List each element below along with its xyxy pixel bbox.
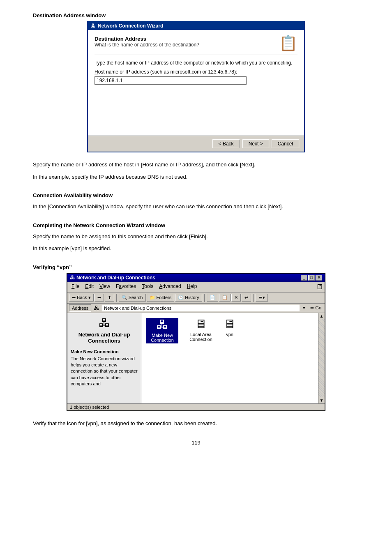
destination-address-title: Destination Address window	[33, 12, 359, 18]
make-new-connection-img: 🖧	[156, 319, 168, 331]
back-toolbar-button[interactable]: ⬅ Back ▾	[69, 294, 94, 302]
menu-file[interactable]: File	[69, 283, 82, 291]
make-new-connection-label: Make New Connection	[148, 333, 177, 343]
network-content: 🖧 Network and Dial-up Connections Make N…	[67, 313, 325, 403]
delete-toolbar-button[interactable]: ✕	[231, 294, 241, 302]
network-toolbar: ⬅ Back ▾ ➡ ⬆ 🔍 Search 📁 Folders 🕒 Histor…	[67, 292, 325, 304]
connection-availability-title: Connection Availability window	[33, 192, 359, 198]
cancel-button[interactable]: Cancel	[272, 139, 299, 148]
wizard-window: 🖧 Network Connection Wizard Destination …	[87, 21, 305, 152]
search-toolbar-button[interactable]: 🔍 Search	[119, 294, 146, 302]
address-dropdown[interactable]: ▾	[303, 305, 305, 311]
sidebar-subtitle: Make New Connection	[71, 349, 138, 354]
scroll-track	[318, 319, 325, 397]
wizard-content: Type the host name or IP address of the …	[95, 60, 297, 85]
dest-para2: In this example, specify the IP address …	[33, 173, 359, 181]
menu-favorites[interactable]: Favorites	[113, 283, 138, 291]
scroll-up-arrow[interactable]: ▲	[319, 313, 325, 319]
copy-toolbar-button[interactable]: 📄	[207, 294, 218, 302]
local-area-connection-icon[interactable]: 🖥 Local Area Connection	[187, 318, 215, 342]
section-completing-wizard: Completing the Network Connection Wizard…	[33, 222, 359, 253]
network-menubar: File Edit View Favorites Tools Advanced …	[67, 282, 325, 292]
wizard-header-text: Destination Address What is the name or …	[95, 36, 199, 48]
menu-edit[interactable]: Edit	[83, 283, 96, 291]
make-new-connection-icon[interactable]: 🖧 Make New Connection	[146, 318, 178, 343]
close-button[interactable]: ✕	[316, 275, 322, 281]
back-button[interactable]: < Back	[212, 139, 240, 148]
wizard-header-icon: 📋	[279, 36, 297, 51]
conn-avail-para: In the [Connection Availability] window,…	[33, 203, 359, 211]
sidebar-title: Network and Dial-up Connections	[71, 332, 138, 344]
views-toolbar-button[interactable]: ☰▾	[256, 294, 268, 302]
completing-para2: In this example [vpn] is specified.	[33, 244, 359, 253]
vpn-icon[interactable]: 🖥 vpn	[224, 318, 236, 337]
menu-tools[interactable]: Tools	[139, 283, 156, 291]
history-toolbar-button[interactable]: 🕒 History	[175, 294, 202, 302]
host-ip-label: Host name or IP address (such as microso…	[95, 69, 297, 75]
local-area-label: Local Area Connection	[187, 332, 215, 342]
vertical-scrollbar[interactable]: ▲ ▼	[318, 313, 325, 403]
sidebar-main-icon: 🖧	[71, 316, 138, 330]
verify-para: Verify that the icon for [vpn], as assig…	[33, 419, 359, 428]
wizard-body-text1: Type the host name or IP address of the …	[95, 60, 297, 66]
network-title-icon: 🖧	[70, 275, 75, 281]
section-connection-availability: Connection Availability window In the [C…	[33, 192, 359, 211]
vpn-label: vpn	[226, 332, 233, 337]
network-titlebar: 🖧 Network and Dial-up Connections _ □ ✕	[67, 274, 325, 282]
wizard-footer: < Back Next > Cancel	[88, 136, 304, 152]
toolbar-separator-1	[116, 294, 117, 302]
go-button[interactable]: ➡ Go	[309, 305, 323, 311]
address-input[interactable]: Network and Dial-up Connections	[102, 305, 300, 311]
wizard-body: Destination Address What is the name or …	[88, 30, 304, 136]
next-button[interactable]: Next >	[242, 139, 269, 148]
menu-advanced[interactable]: Advanced	[157, 283, 183, 291]
wizard-header-subtitle: What is the name or address of the desti…	[95, 42, 199, 48]
network-statusbar: 1 object(s) selected	[67, 403, 325, 410]
address-label: Address	[69, 304, 91, 312]
section-verifying-vpn: Verifying “vpn” 🖧 Network and Dial-up Co…	[33, 264, 359, 428]
folders-toolbar-button[interactable]: 📁 Folders	[147, 294, 175, 302]
minimize-button[interactable]: _	[301, 275, 307, 281]
window-buttons: _ □ ✕	[301, 275, 322, 281]
verifying-vpn-title: Verifying “vpn”	[33, 264, 359, 270]
network-address-bar: Address 🖧 Network and Dial-up Connection…	[67, 304, 325, 313]
page-number: 119	[33, 440, 359, 446]
network-main: 🖧 Make New Connection 🖥 Local Area Conne…	[141, 313, 325, 403]
sidebar-text: The Network Connection wizard helps you …	[71, 356, 138, 387]
paste-toolbar-button[interactable]: 📋	[219, 294, 231, 302]
network-sidebar: 🖧 Network and Dial-up Connections Make N…	[67, 313, 141, 403]
network-title-text: Network and Dial-up Connections	[76, 275, 155, 281]
wizard-titlebar: 🖧 Network Connection Wizard	[88, 22, 304, 30]
completing-para1: Specify the name to be assigned to this …	[33, 233, 359, 241]
completing-wizard-title: Completing the Network Connection Wizard…	[33, 222, 359, 228]
toolbar-separator-3	[253, 294, 254, 302]
host-ip-label-text: ost name or IP address (such as microsof…	[98, 69, 238, 75]
scroll-down-arrow[interactable]: ▼	[319, 397, 325, 403]
undo-toolbar-button[interactable]: ↩	[242, 294, 251, 302]
vpn-img: 🖥	[224, 318, 236, 330]
dest-para1: Specify the name or IP address of the ho…	[33, 161, 359, 169]
wizard-header: Destination Address What is the name or …	[95, 36, 297, 55]
wizard-icon: 🖧	[90, 23, 95, 29]
menu-help[interactable]: Help	[184, 283, 200, 291]
toolbar-separator-2	[204, 294, 205, 302]
wizard-header-title: Destination Address	[95, 36, 199, 42]
host-ip-input[interactable]	[95, 76, 247, 85]
up-toolbar-button[interactable]: ⬆	[105, 294, 114, 302]
section-destination-address: Destination Address window 🖧 Network Con…	[33, 12, 359, 181]
network-window: 🖧 Network and Dial-up Connections _ □ ✕ …	[67, 273, 325, 411]
address-icon: 🖧	[94, 305, 99, 311]
status-text: 1 object(s) selected	[70, 405, 109, 410]
toolbar-icon-right: 🖥	[316, 283, 323, 291]
forward-toolbar-button[interactable]: ➡	[95, 294, 104, 302]
title-left: 🖧 Network and Dial-up Connections	[70, 275, 155, 281]
maximize-button[interactable]: □	[308, 275, 315, 281]
local-area-img: 🖥	[195, 318, 207, 330]
wizard-spacer	[95, 89, 297, 130]
icons-row: 🖧 Make New Connection 🖥 Local Area Conne…	[146, 318, 320, 343]
menu-view[interactable]: View	[97, 283, 113, 291]
wizard-title: Network Connection Wizard	[98, 23, 163, 29]
